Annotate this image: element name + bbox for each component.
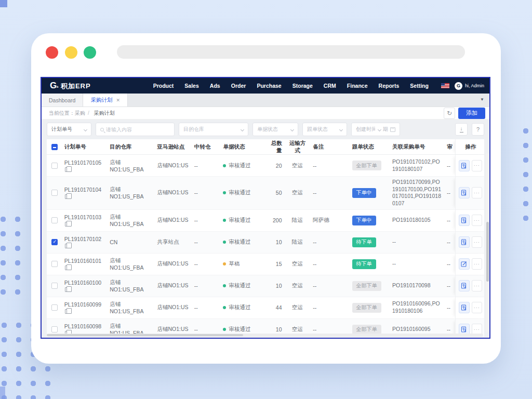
- row-checkbox-cell: [47, 215, 61, 225]
- copy-icon[interactable]: [65, 194, 69, 199]
- traffic-light-minimize-icon[interactable]: [65, 46, 77, 59]
- plan-no-cell: PL1910160101: [61, 256, 107, 272]
- view-detail-button[interactable]: [459, 302, 470, 313]
- help-button[interactable]: ?: [472, 123, 484, 136]
- more-actions-button[interactable]: ···: [472, 280, 483, 291]
- row-checkbox[interactable]: [51, 217, 58, 223]
- nav-item-finance[interactable]: Finance: [347, 83, 368, 89]
- transit-warehouse-cell: --: [191, 161, 220, 171]
- traffic-light-close-icon[interactable]: [46, 46, 58, 59]
- more-actions-button[interactable]: ···: [472, 160, 483, 171]
- filter-warehouse-select[interactable]: 目的仓库: [179, 123, 248, 136]
- view-detail-button[interactable]: [459, 236, 470, 248]
- vertical-scrollbar-thumb[interactable]: [486, 222, 489, 282]
- view-detail-button[interactable]: [459, 280, 470, 291]
- search-input[interactable]: [104, 123, 174, 136]
- row-checkbox[interactable]: [51, 239, 58, 245]
- remark-cell: --: [310, 302, 349, 313]
- copy-icon[interactable]: [65, 309, 69, 314]
- tab-purchase-plan[interactable]: 采购计划 ✕: [83, 94, 128, 107]
- filter-doc-status-label: 单据状态: [257, 126, 288, 133]
- table-row[interactable]: PL1910170103 店铺NO1:US_FBA 店铺NO1:US -- 审核…: [47, 210, 484, 232]
- add-button[interactable]: 添加: [458, 108, 485, 119]
- more-actions-button[interactable]: ···: [472, 258, 483, 270]
- view-detail-button[interactable]: [459, 160, 470, 171]
- nav-item-order[interactable]: Order: [231, 83, 246, 89]
- total-qty-cell: 50: [263, 188, 284, 198]
- row-checkbox[interactable]: [51, 261, 58, 267]
- status-dot-icon: [223, 164, 226, 167]
- document-search-icon: [461, 190, 467, 196]
- view-detail-button[interactable]: [459, 215, 470, 226]
- horizontal-scrollbar-thumb[interactable]: [47, 334, 243, 336]
- more-actions-button[interactable]: ···: [472, 302, 483, 313]
- filter-date-range[interactable]: 创建时间 期: [351, 123, 400, 136]
- filter-doc-status-select[interactable]: 单据状态: [252, 123, 298, 136]
- document-search-icon: [461, 326, 467, 332]
- table-row[interactable]: PL1910160101 店铺NO1:US_FBA 店铺NO1:US -- 草稿: [47, 254, 484, 275]
- tab-dashboard[interactable]: Dashboard: [42, 94, 83, 107]
- table-row[interactable]: PL1910170104 店铺NO1:US_FBA 店铺NO1:US -- 审核…: [47, 177, 484, 210]
- edit-button[interactable]: [459, 258, 470, 270]
- more-actions-button[interactable]: ···: [472, 187, 483, 198]
- filter-field-select[interactable]: 计划单号: [47, 123, 91, 136]
- table-row[interactable]: PL1910170102 CN 共享站点 -- 审核通过: [47, 232, 484, 254]
- row-checkbox[interactable]: [51, 326, 58, 332]
- copy-icon[interactable]: [65, 265, 69, 270]
- follow-status-badge: 全部下单: [352, 161, 381, 170]
- doc-status-cell: 审核通过: [220, 280, 263, 291]
- browser-address-bar[interactable]: [117, 45, 465, 59]
- nav-item-purchase[interactable]: Purchase: [257, 83, 281, 89]
- more-actions-button[interactable]: ···: [472, 236, 483, 248]
- chevron-down-icon: [339, 127, 343, 131]
- copy-icon[interactable]: [65, 222, 69, 227]
- follow-status-cell: 全部下单: [349, 301, 389, 315]
- user-menu[interactable]: G hi, Admin: [455, 82, 484, 90]
- breadcrumb-section[interactable]: 采购: [75, 110, 85, 117]
- view-detail-button[interactable]: [459, 187, 470, 198]
- row-checkbox-cell: [47, 161, 61, 171]
- select-all-checkbox[interactable]: [51, 144, 58, 150]
- follow-status-cell: 全部下单: [349, 279, 389, 293]
- related-po-cell: PO1910160096,PO1910180106: [389, 298, 444, 316]
- export-button[interactable]: ↓: [455, 123, 468, 136]
- table-row[interactable]: PL1910160099 店铺NO1:US_FBA 店铺NO1:US -- 审核…: [47, 297, 484, 319]
- amazon-site-cell: 店铺NO1:US: [154, 215, 191, 226]
- brand-logo[interactable]: G+ 积加ERP: [50, 81, 91, 91]
- traffic-light-maximize-icon[interactable]: [84, 46, 96, 59]
- dot-grid-decoration: [518, 124, 532, 222]
- filter-follow-status-select[interactable]: 跟单状态: [302, 123, 347, 136]
- more-icon: ···: [474, 191, 480, 195]
- vertical-scrollbar[interactable]: [486, 153, 489, 332]
- horizontal-scrollbar[interactable]: [47, 334, 483, 337]
- table-row[interactable]: PL1910170105 店铺NO1:US_FBA 店铺NO1:US -- 审核…: [47, 155, 484, 177]
- nav-item-storage[interactable]: Storage: [292, 83, 313, 89]
- row-checkbox[interactable]: [51, 304, 58, 311]
- more-actions-button[interactable]: ···: [472, 215, 483, 226]
- copy-icon[interactable]: [65, 244, 69, 248]
- row-checkbox[interactable]: [51, 190, 58, 196]
- nav-item-ads[interactable]: Ads: [210, 83, 220, 89]
- search-box[interactable]: [96, 123, 175, 136]
- copy-icon[interactable]: [65, 287, 69, 292]
- close-tab-icon[interactable]: ✕: [116, 98, 120, 103]
- copy-icon[interactable]: [65, 167, 69, 172]
- plan-no-text: PL1910170103: [64, 214, 104, 220]
- tab-list-caret-icon[interactable]: ▼: [480, 97, 484, 102]
- refresh-button[interactable]: ↻: [444, 108, 455, 119]
- dest-warehouse-cell: 店铺NO1:US_FBA: [107, 255, 154, 273]
- related-po-cell: PO1910170102,PO1910180107: [389, 156, 444, 175]
- nav-item-crm[interactable]: CRM: [324, 83, 336, 89]
- nav-item-sales[interactable]: Sales: [184, 83, 198, 89]
- us-flag-icon[interactable]: [441, 83, 449, 88]
- nav-item-setting[interactable]: Setting: [410, 83, 429, 89]
- doc-status-text: 审核通过: [229, 282, 250, 289]
- nav-item-reports[interactable]: Reports: [379, 83, 400, 89]
- chevron-down-icon: [241, 127, 244, 131]
- table-row[interactable]: PL1910160100 店铺NO1:US_FBA 店铺NO1:US -- 审核…: [47, 275, 484, 297]
- row-checkbox[interactable]: [51, 283, 58, 289]
- nav-item-product[interactable]: Product: [153, 83, 174, 89]
- row-checkbox-cell: [47, 281, 61, 291]
- row-checkbox[interactable]: [51, 163, 58, 169]
- chevron-down-icon: [378, 127, 381, 131]
